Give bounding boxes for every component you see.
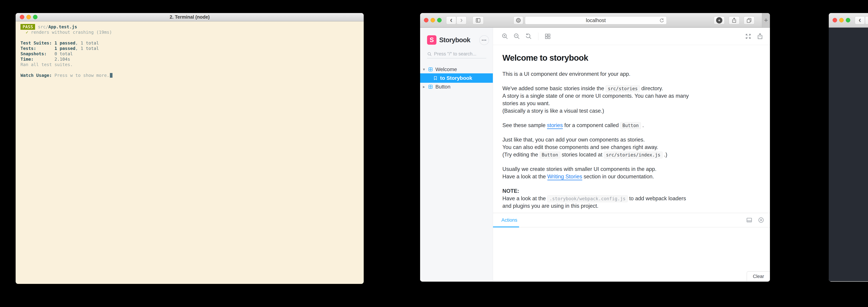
close-window-button[interactable] [833, 18, 837, 22]
storybook-main: Welcome to storybook This is a UI compon… [493, 28, 770, 281]
extension-button[interactable] [514, 16, 523, 24]
terminal-titlebar[interactable]: 2. Terminal (node) [16, 13, 364, 21]
search-input[interactable] [434, 51, 483, 57]
forward-button[interactable]: › [456, 16, 466, 24]
note-text: Have a look at the.storybook/webpack.con… [502, 195, 760, 210]
show-tabs-button[interactable] [744, 16, 754, 24]
actions-log: Clear [493, 227, 770, 281]
close-window-button[interactable] [20, 15, 24, 19]
clear-actions-button[interactable]: Clear [747, 271, 770, 281]
code-chip: Button [539, 151, 560, 158]
zoom-window-button[interactable] [437, 18, 442, 22]
caret-right-icon[interactable]: ▸ [423, 84, 428, 89]
toolbar-divider [538, 32, 538, 40]
terminal-window: 2. Terminal (node) PASSsrc/App.test.js ✓… [16, 13, 364, 284]
test-file-line: PASSsrc/App.test.js [21, 24, 359, 30]
tree-group-label: Button [435, 84, 451, 90]
tree-group-label: Welcome [435, 66, 457, 72]
watch-usage-line: Watch Usage: Press w to show more. [21, 73, 359, 78]
shortcuts-menu-button[interactable]: ••• [479, 35, 489, 45]
test-case-line: ✓ renders without crashing (19ms) [21, 30, 359, 35]
share-button[interactable] [729, 16, 740, 24]
welcome-document: Welcome to storybook This is a UI compon… [493, 45, 770, 213]
close-window-button[interactable] [424, 18, 429, 22]
component-icon [428, 67, 433, 72]
plus-icon: + [764, 16, 768, 24]
tree-group-button[interactable]: ▸ Button [420, 83, 493, 91]
address-bar[interactable]: localhost [525, 16, 666, 24]
code-chip: src/stories [606, 85, 640, 92]
code-chip: src/stories/index.js [604, 151, 663, 158]
tree-story-to-storybook[interactable]: to Storybook [420, 73, 493, 83]
reload-icon[interactable] [659, 18, 664, 23]
storybook-browser-window: ‹ › localhost + S Storybook ••• [420, 13, 770, 282]
stories-tree: ▾ Welcome to Storybook ▸ Button [420, 65, 493, 91]
back-button[interactable]: ‹ [446, 16, 456, 24]
open-canvas-external-icon[interactable] [756, 33, 764, 40]
tabs-icon [746, 18, 752, 23]
chevron-left-icon: ‹ [450, 16, 453, 24]
test-result: renders without crashing (19ms) [31, 30, 112, 35]
stories-link[interactable]: stories [547, 122, 563, 129]
download-icon [716, 17, 722, 24]
terminal-output[interactable]: PASSsrc/App.test.js ✓ renders without cr… [16, 21, 364, 81]
ellipsis-icon: ••• [482, 38, 487, 43]
sidebar-toggle-button[interactable] [472, 16, 484, 24]
fullscreen-icon[interactable] [745, 33, 752, 40]
tree-group-welcome[interactable]: ▾ Welcome [420, 65, 493, 73]
chevron-left-icon: ‹ [859, 16, 861, 24]
terminal-title: 2. Terminal (node) [169, 15, 210, 20]
paragraph: Just like that, you can add your own com… [502, 136, 760, 158]
caret-down-icon[interactable]: ▾ [423, 67, 428, 72]
grid-icon[interactable] [544, 33, 551, 40]
zoom-in-icon[interactable] [501, 33, 509, 40]
search-box [427, 51, 486, 58]
search-icon [427, 52, 432, 56]
minimize-window-button[interactable] [839, 18, 844, 22]
minimize-window-button[interactable] [431, 18, 435, 22]
writing-stories-link[interactable]: Writing Stories [547, 173, 582, 180]
close-panel-icon[interactable] [758, 217, 764, 223]
window-controls [20, 13, 37, 21]
storybook-brand-name: Storybook [439, 36, 470, 44]
zoom-reset-icon[interactable] [525, 33, 532, 40]
forward-button[interactable]: › [865, 16, 868, 24]
addons-tab-bar: Actions [493, 213, 770, 227]
zoom-window-button[interactable] [33, 15, 37, 19]
file-dir: src/ [38, 24, 48, 29]
storybook-sidebar: S Storybook ••• ▾ Welcome to Storybook [420, 28, 493, 281]
storybook-app: S Storybook ••• ▾ Welcome to Storybook [420, 28, 770, 281]
panel-position-icon[interactable] [746, 217, 752, 223]
react-browser-window: ‹ › localhost + [829, 13, 868, 282]
storybook-logo-icon: S [427, 35, 436, 45]
summary-row: Snapshots:0 total [21, 51, 359, 56]
downloads-button[interactable] [714, 16, 724, 24]
summary-row: Time:2.104s [21, 56, 359, 62]
minimize-window-button[interactable] [26, 15, 31, 19]
browser-toolbar: ‹ › localhost + [829, 13, 868, 28]
share-icon [731, 18, 737, 23]
paragraph: Usually we create stories with smaller U… [502, 165, 760, 180]
code-chip: .storybook/webpack.config.js [547, 195, 628, 202]
window-controls [424, 13, 442, 27]
component-icon [428, 84, 433, 89]
paragraph: This is a UI component dev environment f… [502, 70, 760, 78]
zoom-window-button[interactable] [846, 18, 850, 22]
canvas-toolbar [493, 28, 770, 45]
watch-usage-label: Watch Usage: [21, 73, 52, 78]
paragraph: See these sample stories for a component… [502, 121, 760, 129]
note-block: NOTE: Have a look at the.storybook/webpa… [502, 187, 760, 210]
back-button[interactable]: ‹ [855, 16, 865, 24]
bookmark-icon [433, 76, 438, 80]
file-name: App.test.js [48, 24, 77, 29]
pass-badge: PASS [21, 24, 35, 30]
summary-row: Test Suites:1 passed, 1 total [21, 40, 359, 46]
zoom-out-icon[interactable] [513, 33, 521, 40]
page-title: Welcome to storybook [502, 53, 760, 63]
tab-actions[interactable]: Actions [501, 217, 517, 223]
code-chip: Button [620, 122, 641, 129]
tree-story-label: to Storybook [440, 75, 472, 81]
summary-row: Tests:1 passed, 1 total [21, 46, 359, 51]
browser-toolbar: ‹ › localhost + [420, 13, 770, 28]
new-tab-button[interactable]: + [762, 13, 770, 27]
